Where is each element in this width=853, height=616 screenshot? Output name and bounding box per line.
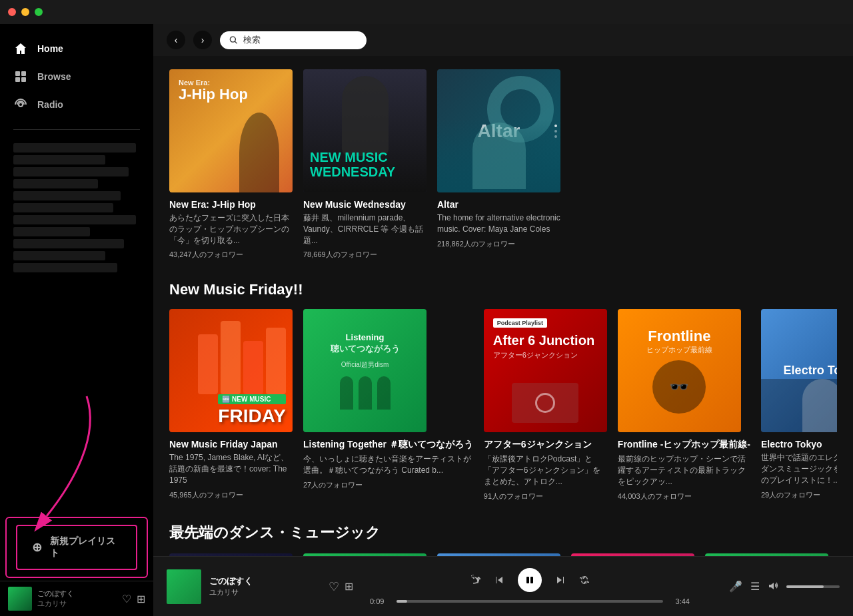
- content-area: New Era: J-Hip Hop New Era: J-Hip Hop あら…: [153, 56, 853, 556]
- next-button[interactable]: [555, 575, 566, 585]
- friday-new-label: 🆕 NEW MUSIC: [218, 394, 286, 404]
- progress-track[interactable]: [397, 600, 663, 603]
- play-pause-button[interactable]: [518, 568, 542, 592]
- card-followers-listening: 27人のフォロワー: [303, 480, 473, 490]
- svg-point-4: [19, 103, 23, 107]
- scroll-dots: [554, 125, 557, 138]
- player-actions: ♡ ⊞: [329, 579, 353, 594]
- controls-buttons: [470, 568, 590, 592]
- playlist-item-blur-6[interactable]: [13, 203, 113, 212]
- playlist-item-blur-7[interactable]: [13, 215, 136, 224]
- titlebar: [0, 0, 853, 24]
- playlist-item-blur-5[interactable]: [13, 191, 121, 200]
- card-followers-jhiphop: 43,247人のフォロワー: [169, 250, 293, 260]
- repeat-button[interactable]: [579, 575, 590, 585]
- sidebar-playlists: [0, 135, 153, 514]
- sidebar-nav: Home Browse: [0, 29, 153, 124]
- forward-button[interactable]: ›: [193, 31, 212, 49]
- glasses-icon: 🕶️: [669, 378, 689, 396]
- card-title-listening: Listening Together ＃聴いてつながろう: [303, 439, 473, 451]
- player-thumbnail: [167, 569, 201, 604]
- now-playing-thumb: [8, 587, 32, 611]
- card-altar[interactable]: Altar Altar The home for alternative ele…: [437, 69, 560, 260]
- svg-rect-2: [15, 77, 20, 82]
- card-jhiphop[interactable]: New Era: J-Hip Hop New Era: J-Hip Hop あら…: [169, 69, 293, 260]
- player-heart-icon[interactable]: ♡: [329, 579, 339, 594]
- search-icon: [229, 35, 238, 45]
- card-friday[interactable]: 🆕 NEW MUSIC FRIDAY New Music Friday Japa…: [169, 309, 293, 501]
- section3-title: 最先端のダンス・ミュージック: [169, 523, 837, 543]
- add-queue-icon[interactable]: ⊞: [137, 593, 145, 605]
- player-add-icon[interactable]: ⊞: [345, 580, 353, 593]
- heart-icon[interactable]: ♡: [122, 593, 131, 605]
- card-image-after6: Podcast Playlist After 6 Junction アフター6ジ…: [484, 309, 607, 432]
- card-title-frontline: Frontline -ヒップホップ最前線-: [618, 439, 750, 451]
- friday-artwork: 🆕 NEW MUSIC FRIDAY: [169, 309, 293, 432]
- card-followers-friday: 45,965人のフォロワー: [169, 490, 293, 500]
- maximize-button[interactable]: [35, 8, 43, 16]
- progress-fill: [397, 600, 407, 603]
- progress-bar: 0:09 3:44: [370, 597, 690, 605]
- card-desc-after6: 「放課後アトロクPodcast」と「アフター6ジャンクション」をまとめた、アトロ…: [484, 454, 607, 487]
- playlist-item-blur-3[interactable]: [13, 167, 129, 176]
- after6-image-area: [493, 360, 598, 423]
- svg-rect-0: [15, 71, 20, 76]
- band-figures: [198, 316, 286, 394]
- sidebar: Home Browse: [0, 24, 153, 616]
- volume-slider[interactable]: [786, 585, 840, 588]
- frontline-artwork: Frontline ヒップホップ最前線 🕶️: [618, 309, 741, 432]
- sidebar-item-radio[interactable]: Radio: [0, 91, 153, 119]
- playlist-item-blur-4[interactable]: [13, 179, 98, 188]
- figure-silhouette: [239, 113, 279, 192]
- card-title-newmusicwed: New Music Wednesday: [303, 199, 426, 210]
- back-button[interactable]: ‹: [167, 31, 185, 49]
- playlist-item-blur-11[interactable]: [13, 263, 117, 272]
- svg-rect-3: [21, 77, 26, 82]
- sidebar-item-home[interactable]: Home: [0, 35, 153, 63]
- card-frontline[interactable]: Frontline ヒップホップ最前線 🕶️ Frontline -ヒップホップ…: [618, 309, 750, 501]
- playlist-item-blur-8[interactable]: [13, 227, 90, 236]
- section2-title: New Music Friday!!: [169, 281, 837, 298]
- minimize-button[interactable]: [21, 8, 29, 16]
- card-image-newmusicwed: NEW MUSICWEDNESDAY: [303, 69, 426, 192]
- time-total: 3:44: [670, 597, 690, 605]
- close-button[interactable]: [8, 8, 16, 16]
- card-image-frontline: Frontline ヒップホップ最前線 🕶️: [618, 309, 741, 432]
- search-input[interactable]: [243, 35, 358, 45]
- new-playlist-label: 新規プレイリスト: [50, 535, 123, 559]
- prev-button[interactable]: [494, 575, 504, 585]
- playlist-item-blur-2[interactable]: [13, 155, 105, 164]
- player-left: ごのぼすく ユカリサ ♡ ⊞: [167, 569, 353, 604]
- card-newmusicwed[interactable]: NEW MUSICWEDNESDAY New Music Wednesday 藤…: [303, 69, 426, 260]
- person-silhouettes: [340, 376, 391, 410]
- friday-cards-row: 🆕 NEW MUSIC FRIDAY New Music Friday Japa…: [169, 309, 837, 501]
- sidebar-radio-label: Radio: [37, 99, 63, 110]
- svg-line-6: [235, 41, 237, 43]
- sidebar-item-browse[interactable]: Browse: [0, 63, 153, 91]
- card-title-electrotokyo: Electro Tokyo: [761, 439, 837, 450]
- frontline-person: 🕶️: [652, 360, 706, 414]
- playlist-item-blur-1[interactable]: [13, 143, 136, 153]
- card-followers-electrotokyo: 29人のフォロワー: [761, 490, 837, 500]
- listening-text: Listening聴いてつながろう: [331, 332, 400, 355]
- card-image-altar: Altar: [437, 69, 560, 192]
- card-desc-frontline: 最前線のヒップホップ・シーンで活躍するアーティストの最新トラックをピックアッ..…: [618, 454, 750, 487]
- playlist-item-blur-9[interactable]: [13, 239, 124, 248]
- queue-icon[interactable]: ☰: [750, 580, 760, 593]
- card-image-electrotokyo: Electro Tokyo: [761, 309, 837, 432]
- volume-icon[interactable]: [768, 580, 778, 593]
- player-info: ごのぼすく ユカリサ: [209, 575, 321, 597]
- jhiphop-label2: J-Hip Hop: [179, 87, 248, 103]
- shuffle-button[interactable]: [470, 575, 480, 585]
- card-image-friday: 🆕 NEW MUSIC FRIDAY: [169, 309, 293, 432]
- card-title-after6: アフター6ジャンクション: [484, 439, 607, 451]
- new-playlist-button[interactable]: ⊕ 新規プレイリスト: [16, 525, 137, 570]
- jhiphop-artwork: New Era: J-Hip Hop: [169, 69, 293, 192]
- card-after6[interactable]: Podcast Playlist After 6 Junction アフター6ジ…: [484, 309, 607, 501]
- lyrics-icon[interactable]: 🎤: [729, 580, 742, 593]
- newmusic-artwork: NEW MUSICWEDNESDAY: [303, 69, 426, 192]
- card-electrotokyo[interactable]: Electro Tokyo Electro Tokyo 世界中で話題のエレクトリ…: [761, 309, 837, 501]
- card-listening[interactable]: Listening聴いてつながろう Official超男dism Listeni…: [303, 309, 473, 501]
- featured-cards-row: New Era: J-Hip Hop New Era: J-Hip Hop あら…: [169, 69, 837, 260]
- playlist-item-blur-10[interactable]: [13, 251, 105, 260]
